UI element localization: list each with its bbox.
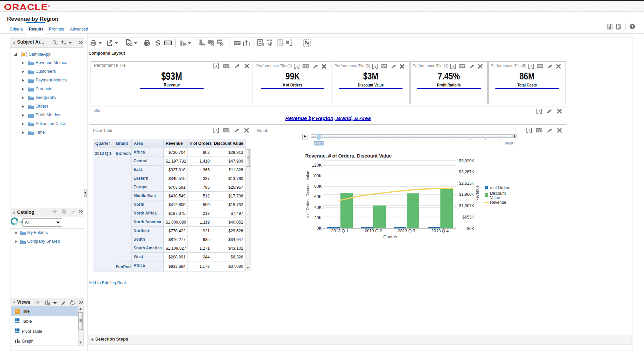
svg-text:40K: 40K xyxy=(314,205,322,210)
svg-text:xyz: xyz xyxy=(234,41,240,45)
svg-text:20K: 20K xyxy=(314,216,322,220)
svg-text:A: A xyxy=(215,64,218,69)
svg-text:2013 Q 4: 2013 Q 4 xyxy=(431,229,448,233)
svg-text:xyz: xyz xyxy=(459,64,465,68)
svg-text:0K: 0K xyxy=(317,226,322,231)
svg-text:$3,267K: $3,267K xyxy=(459,170,474,174)
svg-text:$1,307K: $1,307K xyxy=(459,203,474,208)
svg-text:Revenue: Revenue xyxy=(475,185,480,201)
svg-text:xyz: xyz xyxy=(303,64,308,68)
svg-text:A: A xyxy=(530,64,533,69)
svg-text:Revenue: Revenue xyxy=(490,200,506,205)
svg-text:A: A xyxy=(295,64,298,69)
svg-text:xyz: xyz xyxy=(224,64,229,68)
svg-text:2013 Q 2: 2013 Q 2 xyxy=(365,229,382,233)
svg-text:A: A xyxy=(16,310,18,313)
svg-text:xyz: xyz xyxy=(381,64,386,68)
svg-text:A: A xyxy=(538,109,541,114)
svg-text:$653K: $653K xyxy=(463,215,474,220)
svg-text:A: A xyxy=(451,64,454,69)
svg-text:# of Orders: # of Orders xyxy=(490,185,510,190)
svg-text:$2,613K: $2,613K xyxy=(459,181,474,186)
svg-text:Quarter: Quarter xyxy=(383,235,397,239)
svg-text:80K: 80K xyxy=(314,184,322,189)
svg-text:A: A xyxy=(373,64,376,69)
svg-text:xyz: xyz xyxy=(224,128,229,132)
svg-text:xyz: xyz xyxy=(537,64,543,68)
svg-text:Revenue, # of Orders, Discount: Revenue, # of Orders, Discount Value xyxy=(305,153,392,159)
svg-text:100K: 100K xyxy=(312,174,322,178)
svg-text:$0K: $0K xyxy=(467,226,474,231)
svg-text:$1,960K: $1,960K xyxy=(459,192,474,197)
svg-text:2013 Q 3: 2013 Q 3 xyxy=(398,229,415,233)
svg-text:# of Orders, Discount Value: # of Orders, Discount Value xyxy=(306,171,310,218)
svg-text:Value: Value xyxy=(490,195,500,200)
svg-text:60K: 60K xyxy=(314,194,322,199)
svg-text:Discount: Discount xyxy=(490,191,506,196)
svg-text:A: A xyxy=(215,128,218,133)
svg-text:?: ? xyxy=(631,24,634,28)
svg-text:120K: 120K xyxy=(312,163,322,168)
svg-text:2013 Q 1: 2013 Q 1 xyxy=(331,229,348,233)
svg-text:A: A xyxy=(245,42,248,46)
svg-text:$3,920K: $3,920K xyxy=(459,159,474,163)
